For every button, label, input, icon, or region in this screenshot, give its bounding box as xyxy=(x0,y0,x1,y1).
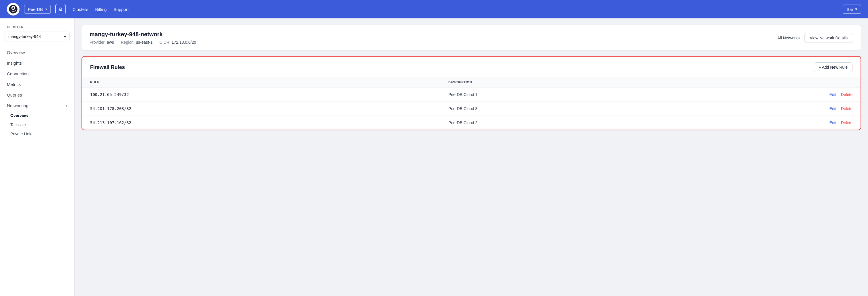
sidebar: CLUSTER mangy-turkey-948 ▾ Overview Insi… xyxy=(0,18,74,296)
rule-actions-2: Edit Delete xyxy=(807,120,852,125)
network-card: mangy-turkey-948-network Provider aws Re… xyxy=(82,25,861,50)
sidebar-sub-overview-label: Overview xyxy=(10,113,28,118)
cidr-value: 172.18.0.0/20 xyxy=(172,40,196,45)
col-header-rule: RULE xyxy=(90,80,448,84)
view-network-details-button[interactable]: View Network Details xyxy=(804,33,853,43)
sidebar-item-overview-label: Overview xyxy=(7,50,25,55)
nav-support[interactable]: Support xyxy=(114,7,129,12)
provider-value: aws xyxy=(107,40,114,45)
rule-actions-1: Edit Delete xyxy=(807,106,852,111)
region-value: us-east-1 xyxy=(136,40,152,45)
sidebar-sub-tailscale[interactable]: Tailscale xyxy=(0,120,74,129)
edit-rule-0[interactable]: Edit xyxy=(829,92,836,97)
delete-rule-1[interactable]: Delete xyxy=(841,106,852,111)
cidr-label: CIDR xyxy=(160,40,169,45)
sidebar-item-networking[interactable]: Networking ▾ xyxy=(0,100,74,111)
network-cidr: CIDR 172.18.0.0/20 xyxy=(160,40,196,45)
user-menu[interactable]: Sai ▾ xyxy=(843,5,861,14)
networking-chevron-icon: ▾ xyxy=(66,104,67,108)
cluster-select[interactable]: mangy-turkey-948 ▾ xyxy=(5,32,70,42)
table-row: 54.213.107.162/32 PeerDB Cloud 2 Edit De… xyxy=(82,115,861,130)
brand-dropdown[interactable]: PeerDB ▾ xyxy=(24,5,51,14)
sidebar-item-networking-label: Networking xyxy=(7,103,28,108)
network-card-actions: All Networks View Network Details xyxy=(777,33,853,43)
settings-icon[interactable]: ⚙ xyxy=(55,4,66,15)
cluster-section-label: CLUSTER xyxy=(0,25,74,29)
cluster-select-value: mangy-turkey-948 xyxy=(8,34,41,39)
rule-ip-2: 54.213.107.162/32 xyxy=(90,120,448,125)
rule-desc-2: PeerDB Cloud 2 xyxy=(448,120,807,125)
firewall-table-header: RULE DESCRIPTION xyxy=(82,77,861,87)
sidebar-item-queries[interactable]: Queries xyxy=(0,90,74,100)
insights-chevron-icon: › xyxy=(66,61,67,65)
edit-rule-1[interactable]: Edit xyxy=(829,106,836,111)
rule-actions-0: Edit Delete xyxy=(807,92,852,97)
add-new-rule-button[interactable]: + Add New Rule xyxy=(814,62,852,72)
sidebar-item-overview[interactable]: Overview xyxy=(0,47,74,58)
sidebar-sub-privatelink-label: Private Link xyxy=(10,132,31,136)
firewall-table: RULE DESCRIPTION 100.21.65.249/32 PeerDB… xyxy=(82,77,861,130)
main-content: mangy-turkey-948-network Provider aws Re… xyxy=(74,18,868,296)
sidebar-sub-overview[interactable]: Overview xyxy=(0,111,74,120)
sidebar-item-metrics[interactable]: Metrics xyxy=(0,79,74,90)
sidebar-item-metrics-label: Metrics xyxy=(7,82,21,87)
nav-billing[interactable]: Billing xyxy=(95,7,107,12)
network-card-info: mangy-turkey-948-network Provider aws Re… xyxy=(90,31,196,45)
user-chevron-icon: ▾ xyxy=(855,7,857,12)
brand-chevron-icon: ▾ xyxy=(45,7,47,11)
delete-rule-0[interactable]: Delete xyxy=(841,92,852,97)
all-networks-link[interactable]: All Networks xyxy=(777,36,800,40)
edit-rule-2[interactable]: Edit xyxy=(829,120,836,125)
sidebar-item-connection[interactable]: Connection xyxy=(0,69,74,79)
network-title: mangy-turkey-948-network xyxy=(90,31,196,38)
network-region: Region us-east-1 xyxy=(121,40,153,45)
provider-label: Provider xyxy=(90,40,104,45)
network-meta: Provider aws Region us-east-1 CIDR 172.1… xyxy=(90,40,196,45)
network-provider: Provider aws xyxy=(90,40,114,45)
rule-ip-0: 100.21.65.249/32 xyxy=(90,92,448,97)
sidebar-sub-privatelink[interactable]: Private Link xyxy=(0,129,74,138)
table-row: 54.201.178.203/32 PeerDB Cloud 3 Edit De… xyxy=(82,102,861,115)
svg-point-2 xyxy=(12,7,14,9)
brand-label: PeerDB xyxy=(28,7,43,12)
cluster-select-chevron-icon: ▾ xyxy=(64,34,66,39)
firewall-header: Firewall Rules + Add New Rule xyxy=(82,57,861,77)
app-body: CLUSTER mangy-turkey-948 ▾ Overview Insi… xyxy=(0,18,868,296)
firewall-card: Firewall Rules + Add New Rule RULE DESCR… xyxy=(82,56,861,130)
sidebar-item-connection-label: Connection xyxy=(7,71,29,76)
sidebar-sub-tailscale-label: Tailscale xyxy=(10,123,26,127)
region-label: Region xyxy=(121,40,133,45)
rule-ip-1: 54.201.178.203/32 xyxy=(90,106,448,111)
sidebar-item-queries-label: Queries xyxy=(7,92,22,98)
col-header-description: DESCRIPTION xyxy=(448,80,807,84)
sidebar-item-insights-label: Insights xyxy=(7,61,22,65)
delete-rule-2[interactable]: Delete xyxy=(841,120,852,125)
table-row: 100.21.65.249/32 PeerDB Cloud 1 Edit Del… xyxy=(82,87,861,102)
sidebar-item-insights[interactable]: Insights › xyxy=(0,58,74,69)
logo xyxy=(7,3,20,16)
rule-desc-0: PeerDB Cloud 1 xyxy=(448,92,807,97)
svg-point-3 xyxy=(12,7,12,7)
topnav-links: Clusters Billing Support xyxy=(73,7,129,12)
firewall-title: Firewall Rules xyxy=(90,64,125,71)
rule-desc-1: PeerDB Cloud 3 xyxy=(448,106,807,111)
topnav: PeerDB ▾ ⚙ Clusters Billing Support Sai … xyxy=(0,0,868,18)
col-header-actions xyxy=(807,80,852,84)
user-label: Sai xyxy=(846,7,853,12)
nav-clusters[interactable]: Clusters xyxy=(73,7,88,12)
